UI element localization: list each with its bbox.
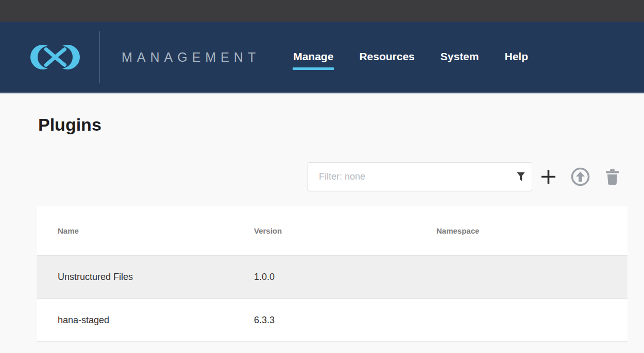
cell-version: 6.3.3: [254, 315, 436, 326]
nav-item-resources[interactable]: Resources: [359, 50, 414, 64]
delphix-x-logo[interactable]: [30, 37, 80, 78]
cell-version: 1.0.0: [254, 272, 436, 283]
nav-item-help[interactable]: Help: [504, 50, 528, 64]
table-header-row: Name Version Namespace: [37, 206, 628, 255]
cell-name: hana-staged: [37, 315, 254, 326]
window-top-strip: [0, 0, 644, 22]
column-header-version[interactable]: Version: [254, 226, 436, 235]
filter-input[interactable]: [308, 163, 532, 191]
page-title: Plugins: [38, 115, 644, 134]
delphix-x-logo-svg: [30, 37, 80, 78]
trash-icon: [605, 169, 619, 185]
filter-funnel-icon[interactable]: [517, 172, 525, 182]
filter-field: [308, 162, 532, 191]
delete-plugin-button[interactable]: [605, 169, 619, 185]
table-row[interactable]: hana-staged 6.3.3: [37, 299, 628, 342]
nav-item-system[interactable]: System: [440, 50, 479, 64]
plugins-toolbar: [37, 162, 628, 191]
column-header-name[interactable]: Name: [37, 226, 254, 235]
brand-title: MANAGEMENT: [122, 50, 260, 65]
cell-name: Unstructured Files: [37, 272, 254, 283]
plugins-table: Name Version Namespace Unstructured File…: [37, 206, 628, 342]
nav-item-manage[interactable]: Manage: [293, 50, 333, 64]
main-nav: Manage Resources System Help: [293, 50, 528, 64]
upload-arrow-circle-icon: [571, 167, 590, 186]
add-plugin-button[interactable]: [540, 169, 556, 185]
upload-plugin-button[interactable]: [571, 167, 590, 186]
app-header: MANAGEMENT Manage Resources System Help: [0, 22, 644, 94]
column-header-namespace[interactable]: Namespace: [436, 226, 628, 235]
plus-icon: [540, 169, 556, 185]
table-row[interactable]: Unstructured Files 1.0.0: [37, 255, 628, 299]
header-divider: [99, 31, 100, 83]
